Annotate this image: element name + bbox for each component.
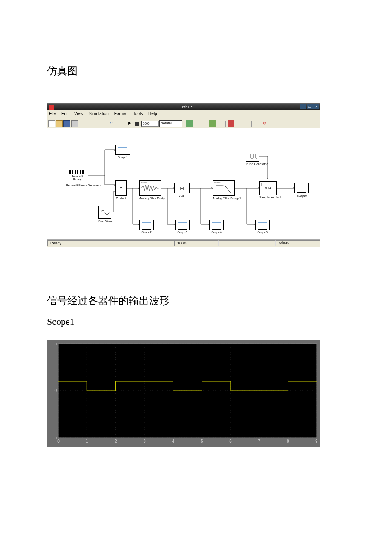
window-maximize-button[interactable]: ▭ [307, 104, 313, 109]
status-empty [219, 240, 276, 246]
redo-icon[interactable] [115, 120, 122, 127]
tool-icon-4[interactable] [209, 120, 216, 127]
window-close-button[interactable]: × [313, 104, 319, 109]
library-icon[interactable] [228, 120, 234, 127]
svg-text:1: 1 [86, 439, 89, 444]
block-pulse-generator[interactable]: Pulse Generator [246, 151, 268, 166]
block-label: Scope2 [139, 231, 154, 234]
window-minimize-button[interactable]: _ [300, 104, 306, 109]
tool-icon-1[interactable] [186, 120, 193, 127]
block-label: Abs [174, 194, 190, 198]
paste-icon[interactable] [97, 120, 104, 127]
corner-text: butter [214, 181, 220, 184]
block-label: Sine Wave [98, 220, 113, 223]
copy-icon[interactable] [89, 120, 96, 127]
heading-output-waveforms: 信号经过各器件的输出波形 [47, 294, 345, 308]
stop-time-input[interactable]: 10.0 [141, 121, 159, 127]
svg-text:4: 4 [172, 439, 175, 444]
block-label: Bernoulli Binary Generator [66, 184, 101, 187]
svg-text:7: 7 [258, 439, 261, 444]
save-icon[interactable] [63, 120, 70, 127]
simulink-window: irzb1 * _ ▭ × File Edit View Simulation … [47, 103, 320, 247]
block-scope3[interactable]: Scope3 [175, 220, 190, 234]
block-label: Scope6 [294, 194, 309, 198]
status-ready: Ready [47, 240, 174, 246]
tool-icon-8[interactable] [254, 120, 260, 127]
svg-text:8: 8 [287, 439, 289, 444]
tool-icon-7[interactable] [243, 120, 250, 127]
block-text: Binary [73, 178, 81, 181]
block-analog-filter-design[interactable]: butter Analog Filter Design [139, 180, 166, 200]
stop-icon[interactable] [135, 122, 139, 126]
subheading-scope1: Scope1 [47, 316, 345, 327]
block-label: Scope1 [115, 156, 130, 159]
menu-edit[interactable]: Edit [61, 111, 69, 116]
block-sine-wave[interactable]: Sine Wave [98, 206, 113, 223]
status-solver: ode45 [276, 240, 320, 246]
menu-file[interactable]: File [49, 111, 56, 116]
svg-text:0: 0 [57, 439, 60, 444]
block-scope2[interactable]: Scope2 [139, 220, 154, 234]
tool-icon-2[interactable] [194, 120, 201, 127]
menu-tools[interactable]: Tools [133, 111, 143, 116]
statusbar: Ready 100% ode45 [47, 239, 320, 247]
undo-icon[interactable]: ↶ [108, 120, 115, 127]
block-analog-filter-design1[interactable]: butter Analog Filter Design1 [213, 180, 241, 200]
heading-simulation: 仿真图 [47, 64, 345, 78]
block-bernoulli-binary-generator[interactable]: Bernoulli Binary Bernoulli Binary Genera… [66, 168, 101, 187]
scope1-plot: 0123456789-505 [47, 340, 320, 447]
menu-view[interactable]: View [74, 111, 84, 116]
block-product[interactable]: × Product [115, 180, 127, 200]
svg-text:5: 5 [54, 342, 57, 346]
svg-text:2: 2 [115, 439, 117, 444]
block-abs[interactable]: |u| Abs [174, 183, 190, 198]
menu-help[interactable]: Help [148, 111, 157, 116]
tool-icon-9[interactable]: ⊘ [261, 120, 268, 127]
block-label: Scope4 [209, 231, 224, 234]
block-label: Scope3 [175, 231, 190, 234]
svg-text:0: 0 [54, 388, 57, 393]
corner-text: butter [141, 181, 147, 184]
svg-text:9: 9 [315, 439, 317, 444]
block-scope6[interactable]: Scope6 [294, 183, 309, 198]
status-zoom: 100% [174, 240, 219, 246]
block-text: Bernoulli [71, 175, 83, 178]
svg-text:6: 6 [229, 439, 232, 444]
toolbar: ↶ ▶ 10.0 Normal ⊘ [47, 119, 320, 128]
menubar: File Edit View Simulation Format Tools H… [47, 110, 320, 119]
block-scope5[interactable]: Scope5 [255, 220, 270, 234]
svg-text:5: 5 [201, 439, 203, 444]
play-icon[interactable]: ▶ [126, 120, 133, 127]
block-label: Pulse Generator [246, 163, 268, 166]
open-icon[interactable] [56, 120, 63, 127]
block-label: Analog Filter Design1 [213, 197, 241, 200]
block-label: Scope5 [255, 231, 270, 234]
cut-icon[interactable] [82, 120, 89, 127]
svg-text:3: 3 [143, 439, 146, 444]
tool-icon-3[interactable] [202, 120, 208, 127]
tool-icon-6[interactable] [235, 120, 242, 127]
window-titlebar: irzb1 * _ ▭ × [47, 104, 320, 110]
block-scope4[interactable]: Scope4 [209, 220, 224, 234]
model-canvas[interactable]: Bernoulli Binary Bernoulli Binary Genera… [47, 128, 320, 239]
tool-icon-5[interactable] [217, 120, 224, 127]
block-label: Sample and Hold [259, 196, 282, 199]
block-sample-and-hold[interactable]: S/H Sample and Hold [259, 181, 282, 199]
menu-format[interactable]: Format [114, 111, 128, 116]
mode-select[interactable]: Normal [159, 120, 182, 127]
block-label: Product [115, 197, 127, 200]
svg-text:-5: -5 [53, 435, 57, 440]
window-title: irzb1 * [54, 105, 320, 109]
window-icon [49, 105, 54, 110]
new-icon[interactable] [48, 120, 55, 127]
block-label: Analog Filter Design [139, 197, 166, 200]
block-scope1[interactable]: Scope1 [115, 145, 130, 159]
print-icon[interactable] [71, 120, 78, 127]
menu-simulation[interactable]: Simulation [89, 111, 109, 116]
